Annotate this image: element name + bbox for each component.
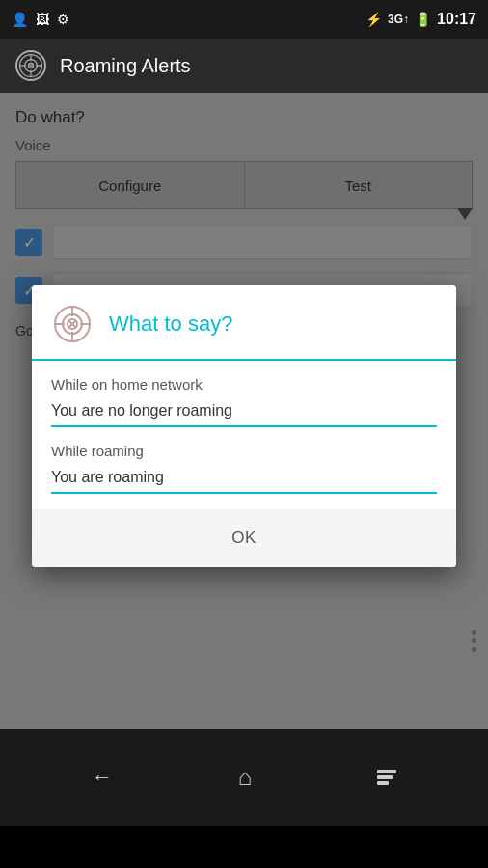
bluetooth-icon: ⚡ bbox=[366, 12, 382, 27]
roaming-label: While roaming bbox=[51, 443, 437, 459]
app-title: Roaming Alerts bbox=[60, 55, 191, 77]
status-bar: 👤 🖼 ⚙ ⚡ 3G↑ 🔋 10:17 bbox=[0, 0, 488, 39]
recents-bar-2 bbox=[377, 775, 393, 779]
home-network-label: While on home network bbox=[51, 376, 437, 393]
roaming-input[interactable] bbox=[51, 465, 437, 494]
dialog-body: While on home network While roaming bbox=[32, 361, 456, 509]
signal-icon: 3G↑ bbox=[388, 13, 409, 26]
image-icon: 🖼 bbox=[36, 12, 49, 27]
back-button[interactable] bbox=[92, 765, 113, 790]
recents-icon bbox=[377, 770, 396, 785]
what-to-say-dialog: What to say? While on home network While… bbox=[32, 285, 456, 567]
dialog-header: What to say? bbox=[32, 285, 456, 361]
home-button[interactable] bbox=[238, 764, 253, 791]
target-app-icon bbox=[17, 44, 44, 87]
recents-bar-1 bbox=[377, 770, 396, 773]
nav-bar bbox=[0, 729, 488, 826]
settings-icon: ⚙ bbox=[57, 12, 69, 27]
app-bar: Roaming Alerts bbox=[0, 39, 488, 93]
app-icon bbox=[15, 50, 46, 81]
main-content: Do what? Voice Configure Test ✓ ✓ Google… bbox=[0, 93, 488, 729]
recents-button[interactable] bbox=[377, 770, 396, 785]
dialog-footer: OK bbox=[32, 509, 456, 567]
dialog-overlay: What to say? While on home network While… bbox=[0, 93, 488, 729]
home-network-input[interactable] bbox=[51, 398, 437, 427]
clock: 10:17 bbox=[437, 11, 476, 28]
battery-icon: 🔋 bbox=[415, 12, 431, 27]
person-icon: 👤 bbox=[12, 12, 28, 27]
status-bar-right: ⚡ 3G↑ 🔋 10:17 bbox=[366, 11, 476, 28]
status-bar-left: 👤 🖼 ⚙ bbox=[12, 12, 69, 27]
ok-button[interactable]: OK bbox=[212, 523, 276, 554]
dialog-title: What to say? bbox=[109, 312, 232, 337]
recents-bar-3 bbox=[377, 781, 389, 785]
dialog-target-icon bbox=[51, 303, 94, 345]
